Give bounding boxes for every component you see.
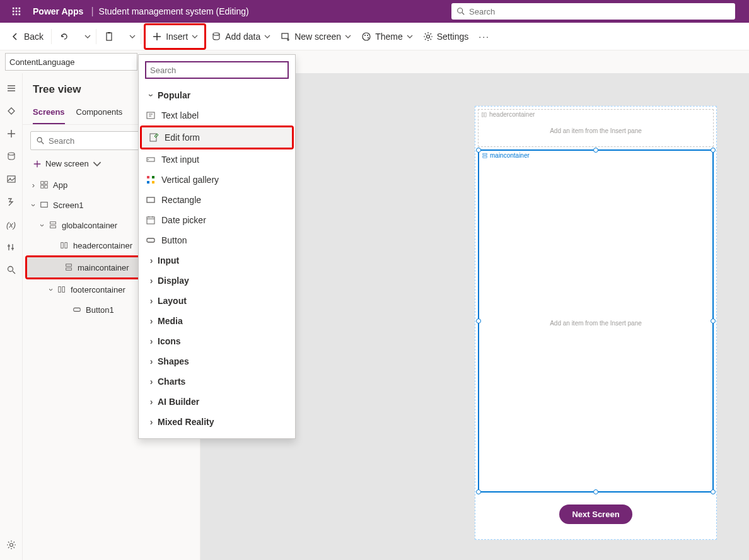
chevron-down-icon <box>345 33 351 40</box>
chevron-right-icon: › <box>145 296 158 306</box>
paste-dropdown[interactable] <box>123 26 138 47</box>
resize-handle[interactable] <box>711 489 716 494</box>
canvas-headercontainer[interactable]: headercontainer Add an item from the Ins… <box>478 109 714 147</box>
back-label: Back <box>24 32 44 42</box>
back-arrow-icon <box>10 32 20 42</box>
back-button[interactable]: Back <box>5 26 49 47</box>
search-icon <box>456 7 465 16</box>
insert-item-text-input[interactable]: Text input <box>139 149 295 170</box>
global-search[interactable] <box>451 3 735 20</box>
insert-cat-display[interactable]: ›Display <box>139 271 295 291</box>
canvas-maincontainer[interactable]: maincontainer Add an item from the Inser… <box>478 149 714 493</box>
insert-item-date-picker[interactable]: Date picker <box>139 210 295 230</box>
svg-rect-47 <box>152 176 154 178</box>
insert-button[interactable]: Insert <box>147 26 203 47</box>
svg-rect-53 <box>485 112 487 116</box>
cat-label: Charts <box>158 376 185 387</box>
svg-rect-0 <box>13 8 15 9</box>
chevron-right-icon: › <box>28 180 39 190</box>
item-label: Date picker <box>161 215 206 225</box>
svg-rect-51 <box>147 238 154 242</box>
insert-cat-media[interactable]: ›Media <box>139 311 295 331</box>
next-screen-button[interactable]: Next Screen <box>559 505 632 524</box>
canvas-footercontainer[interactable]: Next Screen <box>478 495 714 533</box>
insert-cat-charts[interactable]: ›Charts <box>139 371 295 392</box>
insert-search-input[interactable] <box>150 66 284 75</box>
add-data-button[interactable]: Add data <box>206 26 276 47</box>
overflow-button[interactable]: ··· <box>473 26 495 47</box>
insert-dropdown-panel: ›Popular Text label Edit form Text input… <box>138 54 296 439</box>
property-selector[interactable] <box>5 53 137 71</box>
insert-cat-input[interactable]: ›Input <box>139 250 295 271</box>
rail-advanced[interactable] <box>0 236 23 259</box>
resize-handle[interactable] <box>476 489 481 494</box>
insert-cat-mixed-reality[interactable]: ›Mixed Reality <box>139 412 295 432</box>
rail-media[interactable] <box>0 168 23 190</box>
rail-settings[interactable] <box>0 534 23 556</box>
insert-item-vertical-gallery[interactable]: Vertical gallery <box>139 170 295 190</box>
rail-flows[interactable] <box>0 190 23 213</box>
insert-cat-ai-builder[interactable]: ›AI Builder <box>139 392 295 412</box>
insert-item-text-label[interactable]: Text label <box>139 105 295 125</box>
chevron-right-icon: › <box>145 316 158 326</box>
svg-rect-14 <box>282 33 288 38</box>
insert-cat-layout[interactable]: ›Layout <box>139 291 295 311</box>
text-icon <box>145 110 156 121</box>
resize-handle[interactable] <box>476 318 481 324</box>
insert-item-edit-form[interactable]: Edit form <box>142 127 292 148</box>
svg-rect-48 <box>152 181 154 184</box>
tab-screens[interactable]: Screens <box>33 102 65 124</box>
insert-cat-icons[interactable]: ›Icons <box>139 331 295 351</box>
resize-handle[interactable] <box>476 148 481 153</box>
svg-line-27 <box>42 142 44 144</box>
rail-insert[interactable] <box>0 100 23 122</box>
command-bar: Back Insert Add data New screen Theme Se… <box>0 23 749 50</box>
header-label: headercontainer <box>489 111 535 118</box>
plus-icon <box>152 32 162 42</box>
svg-rect-34 <box>50 226 56 228</box>
rail-add[interactable] <box>0 122 23 145</box>
chevron-down-icon <box>93 160 102 168</box>
svg-rect-30 <box>41 185 44 188</box>
item-label: Edit form <box>165 132 200 143</box>
insert-cat-shapes[interactable]: ›Shapes <box>139 351 295 371</box>
rail-tree-view[interactable] <box>0 77 23 100</box>
insert-cat-popular[interactable]: ›Popular <box>139 85 295 105</box>
insert-search[interactable] <box>145 61 289 79</box>
settings-button[interactable]: Settings <box>418 26 474 47</box>
formula-bar <box>0 50 749 73</box>
rail-variables[interactable]: (x) <box>0 213 23 236</box>
new-screen-button[interactable]: New screen <box>276 26 356 47</box>
resize-handle[interactable] <box>593 148 598 153</box>
cat-label: Input <box>158 255 179 265</box>
app-launcher-icon[interactable] <box>5 0 28 23</box>
resize-handle[interactable] <box>711 148 716 153</box>
tab-components[interactable]: Components <box>76 102 123 124</box>
item-label: Button <box>161 235 187 245</box>
undo-button[interactable] <box>54 26 78 47</box>
theme-button[interactable]: Theme <box>356 26 418 47</box>
paste-button[interactable] <box>99 26 123 47</box>
chevron-down-icon: › <box>29 199 38 211</box>
svg-rect-5 <box>19 11 21 13</box>
chevron-down-icon: › <box>38 219 47 231</box>
insert-item-button[interactable]: Button <box>139 230 295 250</box>
chevron-down-icon: › <box>47 284 56 295</box>
svg-rect-38 <box>66 268 72 271</box>
cat-label: Mixed Reality <box>158 417 214 427</box>
rail-data[interactable] <box>0 145 23 168</box>
undo-dropdown[interactable] <box>78 26 93 47</box>
separator <box>141 29 141 44</box>
insert-label: Insert <box>166 32 188 42</box>
top-bar: Power Apps | Student management system (… <box>0 0 749 23</box>
rail-search[interactable] <box>0 259 23 281</box>
global-search-input[interactable] <box>469 7 730 16</box>
device-preview[interactable]: headercontainer Add an item from the Ins… <box>475 106 717 540</box>
resize-handle[interactable] <box>711 318 716 324</box>
undo-icon <box>59 32 69 42</box>
svg-point-20 <box>8 153 15 155</box>
resize-handle[interactable] <box>593 489 598 494</box>
insert-item-rectangle[interactable]: Rectangle <box>139 190 295 210</box>
item-label: Text input <box>161 155 199 165</box>
title-separator: | <box>88 6 96 17</box>
